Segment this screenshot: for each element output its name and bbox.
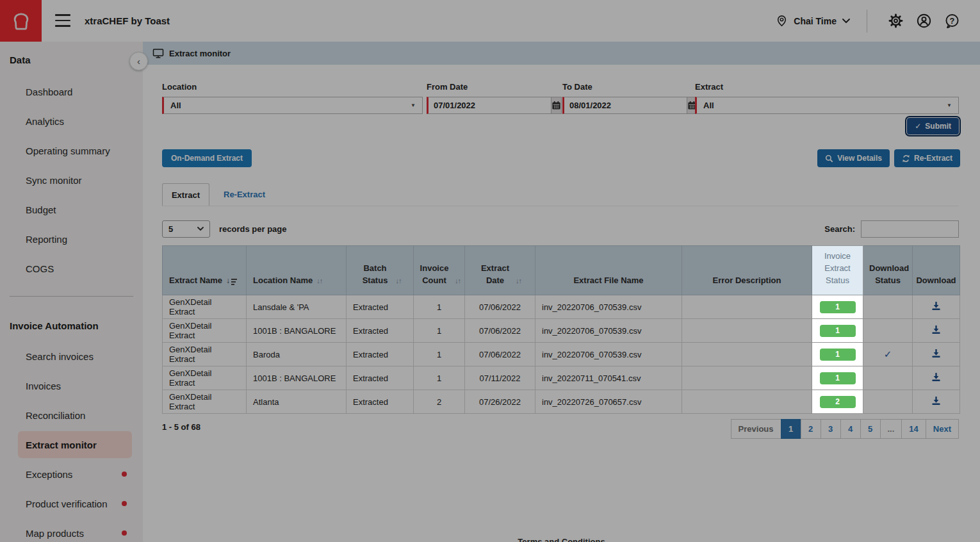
- extract-label: Extract: [695, 82, 959, 92]
- col-header-invoice-count[interactable]: Invoice Count ↓↑: [414, 246, 465, 295]
- sidebar-section-invoice-automation: Invoice Automation: [10, 316, 143, 335]
- page-size-select[interactable]: 5: [162, 220, 210, 238]
- cell-download-status: ✓: [863, 343, 913, 366]
- pagination-page-3[interactable]: 3: [821, 419, 841, 439]
- topbar-right: Chai Time: [776, 0, 966, 42]
- sidebar-item-invoices[interactable]: Invoices: [0, 371, 143, 400]
- caret-down-icon: ▼: [411, 103, 416, 108]
- terms-link[interactable]: Terms and Conditions: [518, 537, 605, 542]
- view-details-button[interactable]: View Details: [817, 149, 890, 167]
- cell-invoice-extract-status: 1: [812, 319, 863, 343]
- app: xtraCHEF by Toast Chai Time: [0, 0, 980, 542]
- pagination-page-14[interactable]: 14: [901, 419, 926, 439]
- extract-select[interactable]: All ▼: [695, 97, 959, 114]
- cell-invoice-count: 1: [414, 319, 465, 343]
- pagination-page-2[interactable]: 2: [801, 419, 821, 439]
- sidebar-item-cogs[interactable]: COGS: [0, 254, 143, 283]
- settings-button[interactable]: [881, 7, 910, 35]
- sidebar-item-search-invoices[interactable]: Search invoices: [0, 341, 143, 371]
- pagination-page-5[interactable]: 5: [860, 419, 881, 439]
- download-button[interactable]: [931, 301, 941, 311]
- help-button[interactable]: ?: [938, 7, 966, 35]
- cell-location: 1001B : BANGALORE: [247, 366, 347, 390]
- sidebar-item-extract-monitor[interactable]: Extract monitor: [18, 431, 132, 458]
- submit-button[interactable]: ✓ Submit: [907, 118, 959, 135]
- sort-icon[interactable]: ↓↑: [316, 276, 322, 287]
- caret-down-icon: [197, 226, 204, 233]
- location-pin-icon: [776, 15, 788, 27]
- account-button[interactable]: [910, 7, 938, 35]
- extract-table-wrap: Extract Name ↓ Location Name ↓↑ Batch St…: [162, 245, 959, 414]
- sidebar-item-reporting[interactable]: Reporting: [0, 224, 143, 254]
- sort-icon[interactable]: ↓↑: [396, 276, 402, 287]
- col-header-location-name[interactable]: Location Name ↓↑: [247, 246, 347, 295]
- tab-re-extract[interactable]: Re-Extract: [224, 183, 265, 206]
- col-header-extract-date[interactable]: Extract Date ↓↑: [465, 246, 535, 295]
- download-button[interactable]: [931, 372, 941, 382]
- col-header-extract-name[interactable]: Extract Name ↓: [163, 246, 247, 295]
- pagination-page-1[interactable]: 1: [781, 419, 801, 439]
- from-date-input[interactable]: [427, 97, 551, 114]
- cell-invoice-count: 1: [414, 366, 465, 390]
- sidebar-item-dashboard[interactable]: Dashboard: [0, 77, 143, 106]
- cell-file-name: inv_20220706_070539.csv: [535, 295, 682, 319]
- sidebar-item-operating-summary[interactable]: Operating summary: [0, 136, 143, 165]
- sidebar-section-data: Data: [10, 50, 143, 69]
- cell-download: [913, 343, 960, 366]
- col-header-download: Download: [913, 246, 960, 295]
- pagination: Previous 1 2 3 4 5 ... 14 Next: [731, 419, 959, 439]
- from-date-calendar-button[interactable]: [551, 97, 562, 114]
- sidebar-collapse-button[interactable]: ‹: [129, 52, 148, 70]
- cell-batch-status: Extracted: [347, 319, 414, 343]
- topbar: xtraCHEF by Toast Chai Time: [0, 0, 980, 42]
- location-select[interactable]: All ▼: [162, 97, 423, 114]
- sidebar-item-sync-monitor[interactable]: Sync monitor: [0, 165, 143, 195]
- svg-text:?: ?: [949, 16, 954, 26]
- hamburger-menu-icon[interactable]: [55, 14, 70, 27]
- sidebar: Data Dashboard Analytics Operating summa…: [0, 42, 143, 542]
- sort-amount-desc-icon[interactable]: ↓: [226, 275, 237, 287]
- cell-file-name: inv_20220711_070541.csv: [535, 366, 682, 390]
- download-button[interactable]: [931, 325, 941, 334]
- tab-extract[interactable]: Extract: [162, 183, 209, 206]
- download-icon: [931, 372, 941, 382]
- download-icon: [931, 396, 941, 406]
- location-picker[interactable]: Chai Time: [776, 15, 850, 27]
- sidebar-item-exceptions[interactable]: Exceptions: [0, 459, 143, 489]
- sort-icon[interactable]: ↓↑: [516, 276, 521, 287]
- search-input[interactable]: [861, 220, 959, 238]
- sidebar-item-map-products[interactable]: Map products: [0, 518, 143, 542]
- pagination-ellipsis: ...: [880, 419, 902, 439]
- re-extract-button[interactable]: Re-Extract: [894, 149, 960, 167]
- notification-dot: [122, 472, 127, 477]
- toast-logo[interactable]: [0, 0, 42, 42]
- sidebar-item-reconciliation[interactable]: Reconciliation: [0, 400, 143, 430]
- col-header-batch-status[interactable]: Batch Status ↓↑: [347, 246, 414, 295]
- cell-download: [913, 295, 960, 319]
- caret-down-icon: ▼: [947, 103, 952, 108]
- check-icon: ✓: [915, 122, 921, 131]
- pagination-page-4[interactable]: 4: [840, 419, 861, 439]
- sidebar-list-data: Dashboard Analytics Operating summary Sy…: [0, 77, 143, 283]
- download-button[interactable]: [931, 396, 941, 406]
- download-button[interactable]: [931, 349, 941, 358]
- cell-extract-name: GenXDetail Extract: [163, 295, 247, 319]
- to-date-input[interactable]: [562, 97, 687, 114]
- cell-error: [682, 390, 812, 414]
- table-row: GenXDetail Extract 1001B : BANGALORE Ext…: [163, 366, 960, 390]
- filter-from-date: From Date: [427, 82, 551, 114]
- cell-error: [682, 366, 812, 390]
- sidebar-item-analytics[interactable]: Analytics: [0, 106, 143, 136]
- sidebar-item-product-verification[interactable]: Product verification: [0, 489, 143, 518]
- pagination-previous[interactable]: Previous: [731, 419, 781, 439]
- search: Search:: [824, 220, 959, 238]
- app-title: xtraCHEF by Toast: [85, 0, 170, 42]
- sidebar-item-budget[interactable]: Budget: [0, 195, 143, 224]
- cell-extract-date: 07/11/2022: [465, 366, 535, 390]
- on-demand-extract-button[interactable]: On-Demand Extract: [162, 149, 252, 167]
- sort-icon[interactable]: ↓↑: [455, 276, 461, 287]
- to-date-label: To Date: [562, 82, 684, 92]
- filter-extract: Extract All ▼: [695, 82, 959, 114]
- cell-invoice-extract-status: 1: [812, 366, 863, 390]
- pagination-next[interactable]: Next: [926, 419, 959, 439]
